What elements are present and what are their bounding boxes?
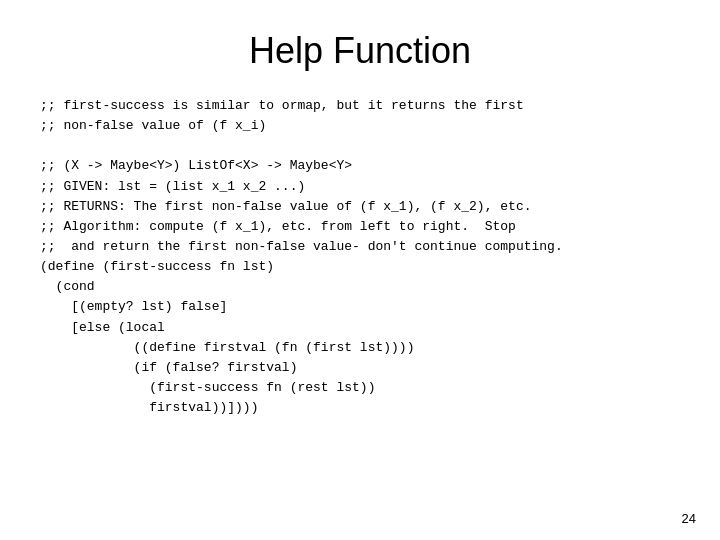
code-content: ;; first-success is similar to ormap, bu… xyxy=(40,96,680,418)
slide-title: Help Function xyxy=(40,30,680,72)
slide-container: Help Function ;; first-success is simila… xyxy=(0,0,720,540)
page-number: 24 xyxy=(682,511,696,526)
